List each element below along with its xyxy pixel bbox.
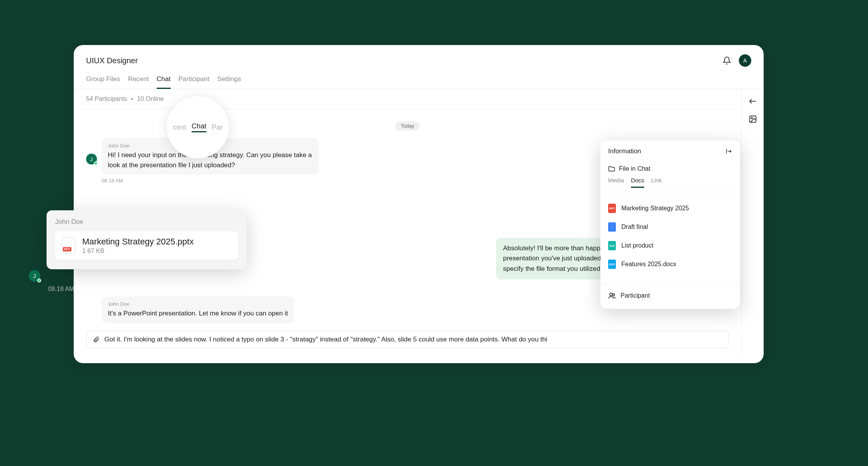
bell-icon[interactable]	[723, 56, 731, 65]
file-card[interactable]: PPT Marketing Strategy 2025.pptx 1 67 KB	[55, 231, 238, 260]
doc-item[interactable]: PPT Marketing Strategy 2025	[608, 199, 732, 218]
page-title: UIUX Designer	[86, 56, 138, 65]
xls-icon: XLS	[608, 241, 616, 250]
info-header: Information	[600, 140, 740, 162]
file-in-chat-section: File in Chat	[600, 162, 740, 172]
file-attachment-popover: John Doe PPT Marketing Strategy 2025.ppt…	[47, 210, 247, 269]
side-rail	[741, 89, 764, 358]
user-avatar[interactable]: A	[739, 54, 751, 67]
date-pill: Today	[395, 121, 420, 130]
status-bar: 54 Participants • 10 Online	[74, 89, 741, 109]
doc-item[interactable]: XLS List product	[608, 236, 732, 255]
tab-chat[interactable]: Chat	[157, 75, 171, 89]
attachment-icon[interactable]	[93, 336, 100, 343]
ppt-icon: PPT	[608, 204, 616, 213]
message-input[interactable]: Got it. I'm looking at the slides now. I…	[104, 336, 547, 343]
tab-group-files[interactable]: Group Files	[86, 75, 120, 89]
svg-point-3	[613, 294, 615, 296]
separator-dot: •	[131, 95, 133, 102]
sub-tab-link[interactable]: Link	[651, 177, 662, 188]
message-sender: John Doe	[108, 301, 288, 307]
gallery-icon[interactable]	[749, 115, 757, 123]
online-indicator	[37, 279, 41, 282]
ppt-icon: PPT	[62, 237, 75, 254]
zoom-tab-right: Par	[212, 123, 223, 132]
participant-section[interactable]: Participant	[600, 284, 740, 305]
popover-sender: John Doe	[55, 218, 238, 226]
tab-participant[interactable]: Participant	[178, 75, 209, 89]
collapse-panel-icon[interactable]	[749, 97, 757, 106]
svg-point-1	[751, 117, 752, 119]
sub-tab-docs[interactable]: Docs	[631, 177, 644, 188]
message-input-row[interactable]: Got it. I'm looking at the slides now. I…	[86, 331, 729, 348]
file-meta: Marketing Strategy 2025.pptx 1 67 KB	[82, 237, 194, 255]
header-actions: A	[723, 54, 751, 67]
file-name: Marketing Strategy 2025.pptx	[82, 237, 194, 247]
main-tabs: Group Files Recent Chat Participant Sett…	[74, 71, 764, 89]
doc-icon: DOC	[608, 260, 616, 269]
tab-settings[interactable]: Settings	[217, 75, 241, 89]
svg-point-2	[610, 293, 612, 296]
sender-avatar[interactable]: J	[86, 154, 97, 165]
tab-recent[interactable]: Recent	[128, 75, 149, 89]
section-title: File in Chat	[608, 165, 732, 172]
online-count: 10 Online	[137, 95, 164, 102]
file-size: 1 67 KB	[82, 248, 194, 255]
message-time-ghost: 08.18 AM	[48, 286, 74, 293]
zoom-tab-left: cent	[173, 123, 186, 132]
doc-item[interactable]: ♪ Draft final	[608, 218, 732, 236]
message-text: It's a PowerPoint presentation. Let me k…	[108, 308, 288, 319]
folder-icon	[608, 165, 615, 172]
participants-icon	[608, 292, 616, 300]
zoom-lens: cent Chat Par	[167, 96, 229, 158]
info-title: Information	[608, 147, 641, 155]
message-bubble: John Doe It's a PowerPoint presentation.…	[102, 296, 294, 323]
zoom-tab-center: Chat	[192, 122, 206, 132]
media-icon: ♪	[608, 222, 616, 232]
doc-list: PPT Marketing Strategy 2025 ♪ Draft fina…	[600, 197, 740, 284]
doc-item[interactable]: DOC Features 2025.docx	[608, 255, 732, 274]
expand-right-icon[interactable]	[725, 148, 732, 155]
sub-tab-media[interactable]: Media	[608, 177, 624, 188]
file-sub-tabs: Media Docs Link	[600, 177, 740, 192]
online-indicator	[94, 161, 98, 165]
sender-avatar-ghost: J	[29, 270, 40, 282]
participant-count: 54 Participants	[86, 95, 127, 102]
header: UIUX Designer A	[74, 45, 764, 71]
info-panel: Information File in Chat Media Docs Link…	[600, 140, 740, 309]
